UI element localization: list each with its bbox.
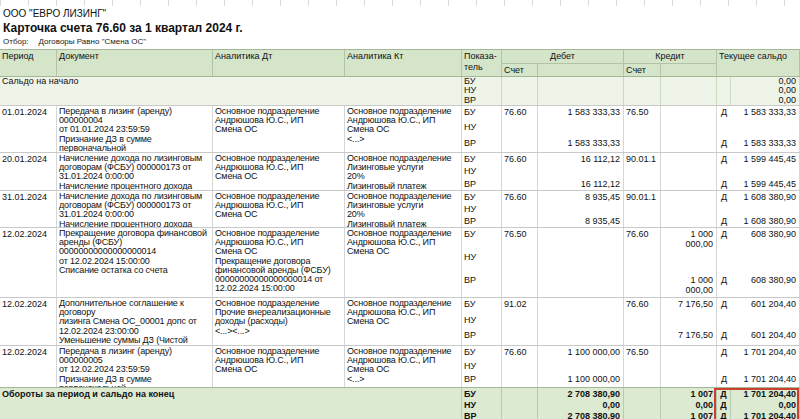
cell-debit-account: 91.02 [502,298,538,314]
cell-document: Передача в лизинг (аренду) 000000004 от … [57,106,213,152]
cell-indicator: БУ [462,346,502,360]
table-body: 01.01.2024 Передача в лизинг (аренду) 00… [0,105,800,387]
table-row[interactable]: 31.01.2024 Начисление дохода по лизингов… [0,190,800,227]
table-row[interactable]: 12.02.2024 Прекращение договора финансов… [0,227,800,297]
cell-period: 20.01.2024 [0,153,57,190]
cell-debit-amount [538,203,624,215]
cell-balance-amount: 1 608 380,90 [731,191,800,203]
opening-balance-label: Сальдо на начало [0,77,462,105]
cell-credit-account [624,215,661,227]
cell-credit-account: 90.01.1 [624,153,661,165]
cell-indicator: ВР [462,178,502,190]
cell-credit-account [624,274,661,297]
cell-indicator: ВР [462,137,502,152]
cell-balance-amount: 0,00 [731,96,800,105]
cell-balance-sign: Д [717,346,731,360]
cell-debit-account [502,274,538,297]
cell-analytics-kt: Основное подразделение Андрюшова Ю.С., И… [345,106,462,152]
header-credit-amount [661,63,717,76]
opening-balance-band: Сальдо на начало БУ 0,00 НУ 0,00 ВР 0,00 [0,77,800,105]
cell-indicator: ВР [462,96,502,105]
cell-balance-sign [717,121,731,136]
cell-balance-sign: Д [717,137,731,152]
cell-debit-amount [538,360,624,374]
header-credit: Кредит [624,50,717,63]
cell-balance-amount: 1 608 380,90 [731,215,800,227]
cell-indicator: НУ [462,360,502,374]
cell-document: Дополнительное соглашение к договору лиз… [57,298,213,345]
header-debit: Дебет [502,50,624,63]
cell-credit-account [624,165,661,177]
cell-debit-account: 76.60 [502,106,538,121]
cell-indicator: НУ [462,251,502,274]
cell-balance-sign: Д [717,228,731,251]
cell-period: 01.01.2024 [0,106,57,152]
table-row[interactable]: 12.02.2024 Дополнительное соглашение к д… [0,297,800,345]
table-row[interactable]: 12.02.2024 Передача в лизинг (аренду) 00… [0,345,800,387]
cell-indicator: БУ [462,298,502,314]
cell-balance-amount [731,251,800,274]
cell-balance-amount: 0,00 [731,86,800,95]
cell-debit-amount: 1 100 000,00 [538,373,624,387]
header-indicator: Показа- тель [462,50,502,76]
cell-debit-amount: 1 583 333,33 [538,106,624,121]
cell-debit-account [502,121,538,136]
header-analytics-kt: Аналитика Кт [345,50,462,76]
cell-balance-total: 1 701 204,40 [731,388,800,399]
cell-indicator: БУ [462,106,502,121]
cell-debit-total: 0,00 [538,399,624,410]
cell-analytics-dt: Основное подразделение Прочие внереализа… [213,298,345,345]
cell-balance-sign: Д [717,373,731,387]
cell-balance-sign [717,203,731,215]
cell-indicator: БУ [462,191,502,203]
cell-document: Передача в лизинг (аренду) 000000005 от … [57,346,213,387]
cell-balance-sign: Д [717,399,731,410]
report-title: Карточка счета 76.60 за 1 квартал 2024 г… [3,21,800,35]
cell-credit-account: 76.50 [624,106,661,121]
cell-indicator: БУ [462,228,502,251]
cell-debit-account [502,178,538,190]
cell-credit-account [624,314,661,330]
cell-credit-account: 76.60 [624,298,661,314]
table-row[interactable]: 20.01.2024 Начисление дохода по лизингов… [0,152,800,190]
filter-label: Отбор: [3,37,29,46]
cell-indicator: БУ [462,77,502,86]
cell-balance-amount: 601 204,40 [731,329,800,345]
cell-credit-amount: 1 000 000,00 [661,274,717,297]
cell-document: Начисление дохода по лизинговым договора… [57,153,213,190]
cell-credit-account [624,373,661,387]
cell-debit-amount [538,298,624,314]
cell-credit-amount [661,191,717,203]
cell-indicator: НУ [462,203,502,215]
cell-credit-amount [661,251,717,274]
cell-balance-sign [717,314,731,330]
cell-balance-amount: 601 204,40 [731,298,800,314]
cell-credit-total: 1 007 176,50 [661,410,717,419]
table-row[interactable]: 01.01.2024 Передача в лизинг (аренду) 00… [0,105,800,152]
cell-indicator: БУ [462,388,502,399]
cell-analytics-kt: Основное подразделение Андрюшова Ю.С., И… [345,346,462,387]
report-window: ООО "ЕВРО ЛИЗИНГ" Карточка счета 76.60 з… [0,0,800,419]
cell-credit-account [624,137,661,152]
cell-credit-account [624,121,661,136]
cell-balance-sign: Д [717,274,731,297]
cell-period: 12.02.2024 [0,228,57,297]
cell-balance-amount: 1 583 333,33 [731,106,800,121]
cell-debit-amount: 16 112,12 [538,178,624,190]
cell-credit-account [624,203,661,215]
cell-indicator: ВР [462,215,502,227]
cell-credit-amount [661,178,717,190]
cell-analytics-dt: Основное подразделение Андрюшова Ю.С., И… [213,106,345,152]
cell-balance-amount: 1 701 204,40 [731,373,800,387]
cell-credit-amount [661,106,717,121]
cell-balance-amount: 0,00 [731,77,800,86]
cell-debit-amount: 8 935,45 [538,191,624,203]
spreadsheet-grid-strip [0,0,800,6]
cell-debit-account: 76.60 [502,346,538,360]
cell-analytics-dt: Основное подразделение Андрюшова Ю.С., И… [213,153,345,190]
cell-credit-amount: 1 000 000,00 [661,228,717,251]
cell-credit-total: 0,00 [661,399,717,410]
cell-credit-account [624,360,661,374]
cell-debit-account [502,251,538,274]
cell-document: Прекращение договора финансовой аренды (… [57,228,213,297]
